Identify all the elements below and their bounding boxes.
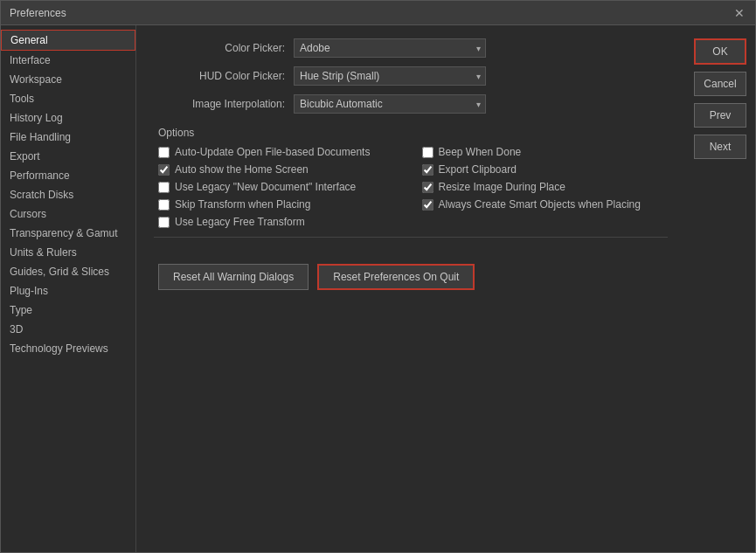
- sidebar-item-type[interactable]: Type: [1, 301, 135, 320]
- prev-button[interactable]: Prev: [694, 103, 746, 128]
- sidebar-item-general[interactable]: General: [1, 30, 135, 51]
- dialog-title: Preferences: [10, 7, 66, 19]
- title-bar: Preferences ✕: [1, 1, 755, 25]
- ok-button[interactable]: OK: [694, 38, 746, 65]
- checkbox-auto-update-input[interactable]: [158, 147, 170, 158]
- close-button[interactable]: ✕: [732, 6, 746, 20]
- checkbox-smart-objects: Always Create Smart Objects when Placing: [422, 198, 669, 211]
- checkbox-resize-place: Resize Image During Place: [422, 181, 669, 193]
- checkbox-skip-transform-input[interactable]: [158, 199, 170, 211]
- checkbox-skip-transform-label: Skip Transform when Placing: [175, 198, 310, 211]
- cancel-button[interactable]: Cancel: [694, 72, 746, 96]
- sidebar-item-plug-ins[interactable]: Plug-Ins: [1, 281, 135, 301]
- dialog-content: GeneralInterfaceWorkspaceToolsHistory Lo…: [1, 25, 755, 552]
- checkbox-resize-place-label: Resize Image During Place: [439, 181, 565, 193]
- checkbox-export-clipboard: Export Clipboard: [422, 163, 669, 176]
- sidebar-item-history-log[interactable]: History Log: [1, 108, 135, 128]
- reset-prefs-button[interactable]: Reset Preferences On Quit: [317, 264, 475, 290]
- sidebar-item-technology-previews[interactable]: Technology Previews: [1, 339, 135, 358]
- checkbox-legacy-transform-label: Use Legacy Free Transform: [175, 216, 305, 228]
- options-grid: Auto-Update Open File-based Documents Be…: [154, 146, 668, 228]
- checkbox-resize-place-input[interactable]: [422, 182, 433, 193]
- checkbox-beep-input[interactable]: [422, 147, 433, 158]
- reset-warnings-button[interactable]: Reset All Warning Dialogs: [158, 264, 309, 290]
- color-picker-label: Color Picker:: [154, 42, 294, 54]
- bottom-buttons: Reset All Warning Dialogs Reset Preferen…: [154, 264, 668, 290]
- hud-color-picker-wrapper: Hue Strip (Small) Hue Strip (Medium) Hue…: [294, 66, 486, 86]
- options-label: Options: [154, 127, 668, 139]
- checkbox-export-clipboard-label: Export Clipboard: [439, 163, 517, 176]
- hud-color-picker-row: HUD Color Picker: Hue Strip (Small) Hue …: [154, 66, 668, 86]
- checkbox-export-clipboard-input[interactable]: [422, 164, 433, 176]
- options-section: Options Auto-Update Open File-based Docu…: [154, 127, 668, 228]
- sidebar-item-cursors[interactable]: Cursors: [1, 204, 135, 224]
- checkbox-legacy-new-doc-input[interactable]: [158, 182, 170, 193]
- color-picker-wrapper: Adobe Windows: [294, 38, 486, 58]
- sidebar-item-file-handling[interactable]: File Handling: [1, 128, 135, 147]
- sidebar-item-workspace[interactable]: Workspace: [1, 70, 135, 89]
- sidebar-item-export[interactable]: Export: [1, 147, 135, 166]
- image-interpolation-label: Image Interpolation:: [154, 98, 294, 110]
- hud-color-picker-select[interactable]: Hue Strip (Small) Hue Strip (Medium) Hue…: [294, 66, 486, 86]
- checkbox-legacy-transform-input[interactable]: [158, 217, 170, 228]
- checkbox-beep: Beep When Done: [422, 146, 669, 158]
- hud-color-picker-label: HUD Color Picker:: [154, 70, 294, 82]
- sidebar-item-guides,-grid---slices[interactable]: Guides, Grid & Slices: [1, 262, 135, 281]
- checkbox-beep-label: Beep When Done: [439, 146, 522, 158]
- checkbox-smart-objects-input[interactable]: [422, 199, 433, 211]
- sidebar-item-transparency---gamut[interactable]: Transparency & Gamut: [1, 224, 135, 243]
- main-content: Color Picker: Adobe Windows HUD Color Pi…: [136, 25, 685, 552]
- checkbox-auto-update: Auto-Update Open File-based Documents: [158, 146, 405, 158]
- sidebar-item-tools[interactable]: Tools: [1, 89, 135, 108]
- checkbox-home-screen-input[interactable]: [158, 164, 170, 176]
- sidebar-item-scratch-disks[interactable]: Scratch Disks: [1, 185, 135, 204]
- checkbox-skip-transform: Skip Transform when Placing: [158, 198, 405, 211]
- checkbox-home-screen-label: Auto show the Home Screen: [175, 163, 309, 176]
- checkbox-legacy-new-doc: Use Legacy "New Document" Interface: [158, 181, 405, 193]
- image-interpolation-select[interactable]: Bicubic Automatic Nearest Neighbor Bilin…: [294, 94, 486, 114]
- color-picker-select[interactable]: Adobe Windows: [294, 38, 486, 58]
- sidebar: GeneralInterfaceWorkspaceToolsHistory Lo…: [1, 25, 136, 552]
- sidebar-item-interface[interactable]: Interface: [1, 51, 135, 70]
- divider: [154, 237, 668, 238]
- checkbox-auto-update-label: Auto-Update Open File-based Documents: [175, 146, 370, 158]
- checkbox-legacy-new-doc-label: Use Legacy "New Document" Interface: [175, 181, 356, 193]
- checkbox-home-screen: Auto show the Home Screen: [158, 163, 405, 176]
- right-buttons-panel: OK Cancel Prev Next: [685, 25, 755, 552]
- image-interpolation-row: Image Interpolation: Bicubic Automatic N…: [154, 94, 668, 114]
- sidebar-item-3d[interactable]: 3D: [1, 320, 135, 339]
- image-interpolation-wrapper: Bicubic Automatic Nearest Neighbor Bilin…: [294, 94, 486, 114]
- color-picker-row: Color Picker: Adobe Windows: [154, 38, 668, 58]
- sidebar-item-performance[interactable]: Performance: [1, 166, 135, 185]
- preferences-dialog: Preferences ✕ GeneralInterfaceWorkspaceT…: [0, 0, 756, 553]
- checkbox-smart-objects-label: Always Create Smart Objects when Placing: [439, 198, 641, 211]
- next-button[interactable]: Next: [694, 135, 746, 159]
- checkbox-legacy-transform: Use Legacy Free Transform: [158, 216, 405, 228]
- sidebar-item-units---rulers[interactable]: Units & Rulers: [1, 243, 135, 262]
